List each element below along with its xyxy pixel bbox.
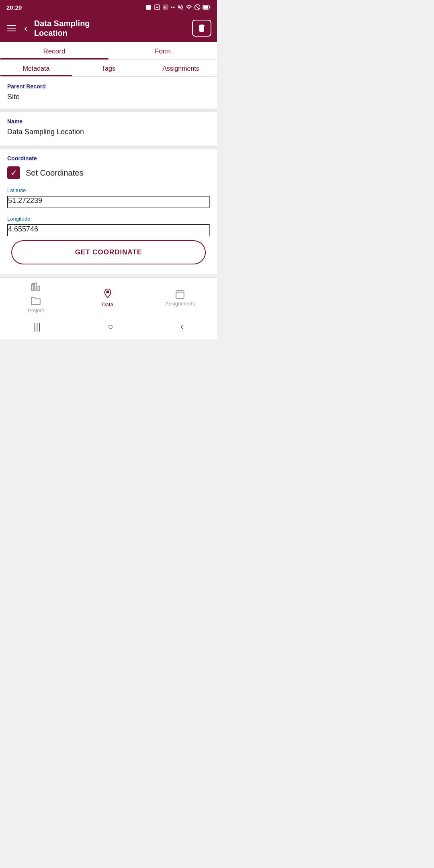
svg-rect-7 <box>209 6 211 8</box>
bottom-nav: Project Data Assignments <box>0 277 217 316</box>
checkmark-icon: ✓ <box>10 169 17 177</box>
project-folder-icon <box>31 296 41 306</box>
parent-record-card: Parent Record Site <box>0 77 217 108</box>
linkedin-icon: in <box>162 4 169 10</box>
parent-record-label: Parent Record <box>7 83 210 90</box>
photo-icon <box>145 4 152 10</box>
dots-icon: •• <box>171 4 175 10</box>
name-card: Name <box>0 112 217 145</box>
photo2-icon <box>154 4 160 10</box>
system-nav: ||| ○ ‹ <box>0 316 217 339</box>
top-nav: ‹ Data Sampling Location <box>0 14 217 42</box>
svg-text:in: in <box>164 6 166 9</box>
get-coordinate-button[interactable]: GET COORDINATE <box>11 240 206 264</box>
longitude-label: Longitude <box>7 216 210 222</box>
parent-record-value: Site <box>7 93 210 101</box>
status-time: 20:20 <box>6 4 22 11</box>
primary-tab-bar: Record Form <box>0 42 217 60</box>
set-coordinates-checkbox[interactable]: ✓ <box>7 166 20 179</box>
system-nav-home[interactable]: ○ <box>100 320 121 334</box>
tab-record[interactable]: Record <box>0 42 108 59</box>
wifi-icon <box>186 4 192 10</box>
name-label: Name <box>7 118 210 125</box>
svg-line-5 <box>195 5 200 10</box>
coordinate-card: Coordinate ✓ Set Coordinates Latitude Lo… <box>0 149 217 274</box>
set-coordinates-label: Set Coordinates <box>26 168 83 178</box>
menu-button[interactable] <box>6 23 18 33</box>
secondary-tab-bar: Metadata Tags Assignments <box>0 60 217 77</box>
svg-rect-11 <box>176 291 184 299</box>
battery-icon <box>203 5 211 10</box>
trash-icon <box>197 23 207 33</box>
svg-rect-8 <box>203 6 208 9</box>
longitude-input[interactable] <box>7 224 210 236</box>
bottom-nav-assignments[interactable]: Assignments <box>165 289 195 307</box>
tab-assignments[interactable]: Assignments <box>145 60 217 76</box>
project-icon <box>31 282 41 295</box>
status-icons: in •• <box>145 4 211 10</box>
bottom-nav-project[interactable]: Project <box>22 282 50 313</box>
set-coordinates-row: ✓ Set Coordinates <box>7 166 210 179</box>
coordinate-label: Coordinate <box>7 155 210 162</box>
data-location-icon <box>102 288 113 300</box>
system-nav-menu[interactable]: ||| <box>26 320 49 334</box>
mute-icon <box>177 4 184 10</box>
bottom-nav-data[interactable]: Data <box>94 288 122 307</box>
back-button[interactable]: ‹ <box>22 22 30 35</box>
bottom-nav-project-label: Project <box>28 307 44 313</box>
svg-point-10 <box>106 291 108 293</box>
no-signal-icon <box>194 4 201 10</box>
latitude-label: Latitude <box>7 187 210 193</box>
bottom-nav-assignments-label: Assignments <box>165 301 195 307</box>
main-content: Parent Record Site Name Coordinate ✓ Set… <box>0 77 217 274</box>
delete-button[interactable] <box>192 20 211 37</box>
system-nav-back[interactable]: ‹ <box>172 320 191 334</box>
bottom-nav-data-label: Data <box>102 301 113 307</box>
tab-tags[interactable]: Tags <box>72 60 145 76</box>
latitude-input[interactable] <box>7 196 210 208</box>
svg-point-1 <box>156 6 158 8</box>
assignments-calendar-icon <box>175 289 185 299</box>
name-input[interactable] <box>7 128 210 138</box>
status-bar: 20:20 in •• <box>0 0 217 14</box>
tab-metadata[interactable]: Metadata <box>0 60 72 76</box>
tab-form[interactable]: Form <box>108 42 217 59</box>
page-title: Data Sampling Location <box>34 18 188 38</box>
